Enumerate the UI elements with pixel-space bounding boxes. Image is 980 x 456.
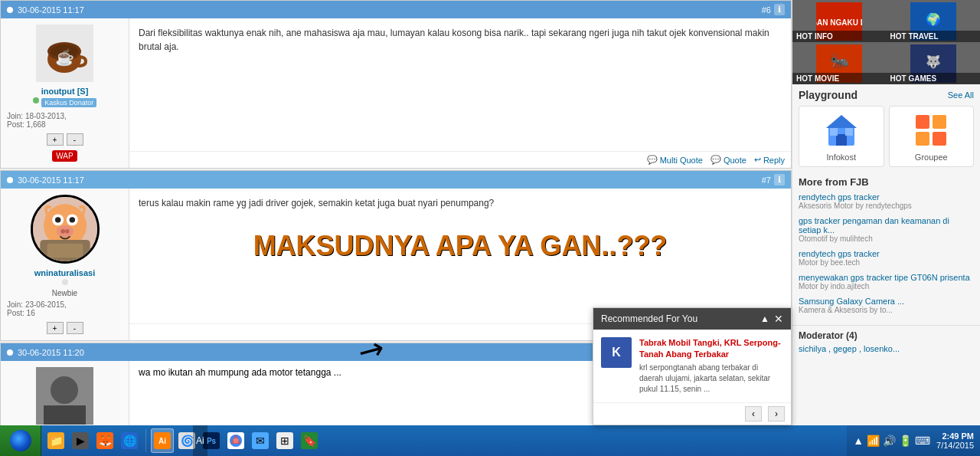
recommended-item[interactable]: K Tabrak Mobil Tangki, KRL Serpong-Tanah… [593,330,791,402]
taskbar-file-manager[interactable]: 📁 [44,428,67,453]
fjb-item-1-title: gps tracker pengaman dan keamanan di set… [799,216,974,235]
tray-arrow-icon[interactable]: ▲ [853,435,864,447]
recommended-next-btn[interactable]: › [768,406,785,422]
post-6-meta: Join: 18-03-2013, Post: 1,668 [7,112,122,129]
post-num-label: #6 [762,5,771,15]
tray-network-icon[interactable]: 📶 [867,435,880,447]
post-7-online-dot [62,279,68,285]
post-status-dot [7,7,13,13]
fjb-item-4-sub: Kamera & Aksesoris by to... [799,306,974,314]
post-7-title: Newbie [7,289,122,297]
post-7-number: #7 ℹ [762,174,785,185]
recommended-prev-btn[interactable]: ‹ [745,406,762,422]
svg-rect-35 [933,132,946,146]
post-8-timestamp: 30-06-2015 11:20 [18,348,84,357]
post-7-rep-up-btn[interactable]: + [47,322,64,334]
recommended-collapse-btn[interactable]: ▲ [760,313,769,324]
hot-info-section[interactable]: JANGAN NGAKU LOCO HOT INFO [792,0,887,42]
system-tray: ▲ 📶 🔊 🔋 ⌨ 2:49 PM 7/14/2015 [847,425,980,456]
recommended-close-btn[interactable]: ✕ [774,313,783,325]
hot-games-label: HOT GAMES [887,73,981,84]
post-6-number: #6 ℹ [762,4,785,15]
file-manager-icon: 📁 [47,432,64,449]
post-6-multiquote-btn[interactable]: 💬 Multi Quote [647,155,703,165]
rep-down-btn[interactable]: - [67,133,83,146]
taskbar-media-player[interactable]: ▶ [69,428,92,453]
post-7-status-dot [7,177,13,183]
tray-keyboard-icon[interactable]: ⌨ [915,435,930,447]
recommended-item-title: Tabrak Mobil Tangki, KRL Serpong-Tanah A… [639,337,783,359]
taskbar-firefox[interactable]: 🦊 [93,428,116,453]
playground-infokost[interactable]: Infokost [799,106,884,167]
fjb-item-1-sub: Otomotif by mulihtech [799,235,974,243]
start-button[interactable] [0,425,41,456]
post-7-avatar [31,195,100,264]
fjb-item-1[interactable]: gps tracker pengaman dan keamanan di set… [799,216,974,243]
post-7-postcount: Post: 16 [7,309,122,317]
svg-rect-33 [933,115,946,129]
network-icon: 🌐 [121,432,138,449]
post-7-info-btn[interactable]: ℹ [774,174,785,185]
tray-time[interactable]: 2:49 PM 7/14/2015 [936,431,974,450]
svg-rect-31 [845,128,853,136]
taskbar-chrome[interactable] [224,428,247,453]
post-6-quote-btn[interactable]: 💬 Quote [710,155,746,165]
fjb-item-4-title: Samsung Galaxy Camera ... [799,297,974,306]
recommended-item-desc: krl serpongtanah abang terbakar di daera… [639,363,783,395]
fjb-title: More from FJB [799,176,974,188]
tray-volume-icon[interactable]: 🔊 [883,435,896,447]
post-6-reply-btn[interactable]: ↩ Reply [754,155,785,165]
post-info-btn[interactable]: ℹ [774,4,785,15]
taskbar-apps-grid[interactable]: ⊞ [273,428,296,453]
infokost-label: Infokost [804,153,879,162]
hot-travel-section[interactable]: 🌍 HOT TRAVEL [887,0,981,42]
reply-label: Reply [763,156,785,165]
recommended-thumb: K [601,337,632,368]
fjb-item-2-sub: Motor by bee.tech [799,258,974,267]
post-6-username[interactable]: inoutput [S] [7,87,122,96]
playground-items: Infokost Groupee [799,106,974,167]
post-7-username[interactable]: wninaturalisasi [7,268,122,277]
fjb-item-4[interactable]: Samsung Galaxy Camera ... Kamera & Akses… [799,297,974,314]
svg-text:JANGAN NGAKU LOCO: JANGAN NGAKU LOCO [816,18,862,27]
playground-header: Playground See All [799,89,974,101]
hot-movie-label: HOT MOVIE [792,73,887,84]
moderator-names: sichilya , gegep , losenko... [799,344,974,353]
ai-taskbar-label: Ai [193,425,207,456]
tray-date: 7/14/2015 [936,441,974,450]
hot-games-section[interactable]: 🐺 HOT GAMES [887,42,981,84]
playground-groupee[interactable]: Groupee [889,106,975,167]
playground-section: Playground See All Infokost [792,84,980,172]
post-7-rep-down-btn[interactable]: - [67,322,83,334]
taskbar-illustrator[interactable]: Ai [151,428,174,453]
svg-text:🐜: 🐜 [830,51,849,70]
fjb-item-2[interactable]: rendytech gps tracker Motor by bee.tech [799,249,974,267]
apps-grid-icon: ⊞ [276,432,293,449]
hot-info-label: HOT INFO [792,31,887,42]
post-6-rep: + - [7,133,122,146]
tray-power-icon[interactable]: 🔋 [899,435,912,447]
tray-icons: ▲ 📶 🔊 🔋 ⌨ [853,435,930,447]
post-6-donor-badge: Kaskus Donator [41,98,96,107]
hot-movie-section[interactable]: 🐜 HOT MOVIE [792,42,887,84]
post-8-avatar-img [36,367,93,425]
post-7-join: Join: 23-06-2015, [7,300,122,309]
fjb-item-3[interactable]: menyewakan gps tracker tipe GT06N prisen… [799,273,974,290]
quote-label: Quote [724,156,746,165]
taskbar-bookmark[interactable]: 🔖 [298,428,321,453]
playground-see-all[interactable]: See All [948,90,974,100]
taskbar-network[interactable]: 🌐 [118,428,141,453]
mail-icon: ✉ [252,432,269,449]
recommended-controls: ▲ ✕ [760,313,783,325]
post-8-avatar [36,367,93,425]
bookmark-icon: 🔖 [301,432,318,449]
recommended-content: Tabrak Mobil Tangki, KRL Serpong-Tanah A… [639,337,783,395]
rep-up-btn[interactable]: + [47,133,64,146]
taskbar-mail[interactable]: ✉ [249,428,272,453]
post-6-sidebar: ☕ inoutput [S] Kaskus Donator Join: 18-0… [1,18,129,168]
post-8-status-dot [7,349,13,356]
fjb-item-3-sub: Motor by indo.ajitech [799,282,974,290]
fjb-item-2-title: rendytech gps tracker [799,249,974,258]
svg-rect-34 [916,132,929,146]
fjb-item-0[interactable]: rendytech gps tracker Aksesoris Motor by… [799,192,974,210]
